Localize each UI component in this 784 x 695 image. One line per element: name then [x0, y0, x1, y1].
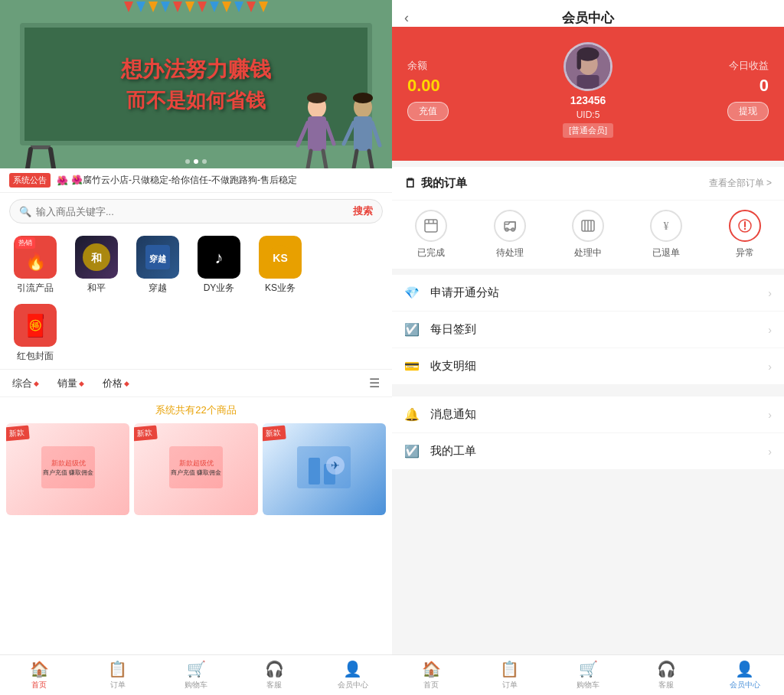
svg-rect-46 [577, 75, 599, 89]
order-refunded[interactable]: ¥ 已退单 [627, 210, 705, 259]
menu-ticket[interactable]: ☑️ 我的工单 › [392, 433, 784, 469]
rnav-cart[interactable]: 🛒 购物车 [549, 655, 627, 695]
product-card-2[interactable]: 新款 新款超级优 商户充值 赚取佣金 [134, 423, 257, 515]
svg-text:KS: KS [273, 252, 287, 264]
rnav-service-label: 客服 [658, 680, 674, 690]
bottom-nav-left: 🏠 首页 📋 订单 🛒 购物车 🎧 客服 👤 会员中心 [0, 654, 392, 695]
product-card-1[interactable]: 新款 新款超级优 商户充值 赚取佣金 [6, 423, 129, 515]
dot-3[interactable] [202, 159, 207, 164]
right-panel: ‹ 会员中心 余额 0.00 充值 123456 UID:5 [392, 0, 784, 695]
red-envelope-item[interactable]: 🧧 红包封面 [9, 304, 61, 363]
hot-badge: 热销 [15, 237, 35, 249]
order-refunded-label: 已退单 [652, 246, 680, 259]
order-completed-icon [415, 210, 447, 242]
uid-text: UID:5 [577, 109, 600, 120]
new-badge-1: 新款 [6, 426, 30, 442]
cat-label-hot: 引流产品 [17, 282, 54, 295]
ann-text: 🌺腐竹云小店-只做稳定-给你信任-不做跑路狗-售后稳定 [71, 174, 297, 187]
rnav-member-icon: 👤 [735, 660, 754, 678]
nav-member[interactable]: 👤 会员中心 [314, 655, 392, 695]
order-completed[interactable]: 已完成 [392, 210, 470, 259]
sort-price[interactable]: 价格 ◆ [103, 377, 129, 390]
product-grid: 新款 新款超级优 商户充值 赚取佣金 新款 新款超级优 商户充值 赚取佣金 [0, 423, 392, 521]
checkin-icon: ☑️ [404, 322, 423, 337]
dot-1[interactable] [185, 159, 190, 164]
ann-flower-icon: 🌺 [57, 175, 68, 186]
svg-text:新款超级优: 新款超级优 [178, 459, 213, 467]
red-envelope-icon: 🧧 [14, 304, 57, 347]
cat-icon-game2: 穿越 [136, 236, 179, 279]
svg-rect-47 [425, 220, 437, 232]
svg-point-11 [307, 93, 327, 103]
order-icon: 📋 [108, 660, 127, 678]
sort-comprehensive[interactable]: 综合 ◆ [12, 377, 39, 390]
cat-icon-tiktok: ♪ [198, 236, 240, 279]
search-icon: 🔍 [19, 206, 31, 217]
menu-list: 💎 申请开通分站 › ☑️ 每日签到 › 💳 收支明细 › [392, 275, 784, 384]
arrow-icon-4: › [768, 409, 772, 421]
svg-line-4 [28, 149, 31, 168]
rnav-order-icon: 📋 [500, 660, 519, 678]
sort-list-icon[interactable]: ☰ [369, 376, 380, 390]
sort-sales[interactable]: 销量 ◆ [57, 377, 84, 390]
orders-section: 🗒 我的订单 查看全部订单 > 已完成 [392, 167, 784, 269]
search-button[interactable]: 搜索 [353, 204, 373, 218]
earnings-amount: 0 [760, 76, 769, 96]
product-card-3[interactable]: 新款 ✈ [263, 423, 386, 515]
nav-home[interactable]: 🏠 首页 [0, 655, 78, 695]
rnav-order[interactable]: 📋 订单 [470, 655, 548, 695]
rnav-order-label: 订单 [502, 680, 518, 690]
rnav-home[interactable]: 🏠 首页 [392, 655, 470, 695]
cat-label-game1: 和平 [87, 282, 106, 295]
order-pending-icon [494, 210, 526, 242]
recharge-button[interactable]: 充值 [407, 102, 449, 121]
product-count: 系统共有22个商品 [0, 397, 392, 423]
category-item-tiktok[interactable]: ♪ DY业务 [193, 236, 245, 295]
view-all-orders[interactable]: 查看全部订单 > [709, 177, 772, 190]
cart-icon: 🛒 [187, 660, 206, 678]
profile-card: 余额 0.00 充值 123456 UID:5 [普通会员] 今日收益 [392, 27, 784, 161]
order-abnormal[interactable]: 异常 [706, 210, 784, 259]
category-item-game1[interactable]: 和 和平 [70, 236, 122, 295]
arrow-icon-3: › [768, 361, 772, 373]
earnings-section: 今日收益 0 提现 [727, 59, 769, 121]
orders-icon: 🗒 [404, 177, 416, 191]
menu-notification[interactable]: 🔔 消息通知 › [392, 396, 784, 433]
page-title: 会员中心 [562, 9, 614, 27]
balance-amount: 0.00 [407, 76, 449, 96]
menu-list-2: 🔔 消息通知 › ☑️ 我的工单 › [392, 396, 784, 469]
svg-text:✈: ✈ [331, 459, 340, 471]
cat-icon-hot: 热销 🔥 [14, 236, 57, 279]
order-pending[interactable]: 待处理 [470, 210, 548, 259]
rnav-service[interactable]: 🎧 客服 [627, 655, 705, 695]
nav-cart[interactable]: 🛒 购物车 [157, 655, 235, 695]
rnav-home-label: 首页 [423, 680, 439, 690]
finance-icon: 💳 [404, 359, 423, 374]
svg-text:¥: ¥ [664, 220, 669, 232]
rnav-member[interactable]: 👤 会员中心 [706, 655, 784, 695]
menu-signin[interactable]: ☑️ 每日签到 › [392, 312, 784, 348]
new-badge-2: 新款 [134, 426, 158, 442]
category-item-ks[interactable]: KS KS业务 [254, 236, 306, 295]
search-input[interactable] [36, 206, 353, 217]
order-abnormal-label: 异常 [736, 246, 754, 259]
bell-icon: 🔔 [404, 407, 423, 422]
menu-substation[interactable]: 💎 申请开通分站 › [392, 275, 784, 312]
svg-line-20 [344, 122, 354, 144]
orders-title-text: 我的订单 [421, 176, 467, 191]
earnings-label: 今日收益 [729, 59, 769, 73]
nav-service[interactable]: 🎧 客服 [235, 655, 313, 695]
home-icon: 🏠 [30, 660, 49, 678]
back-button[interactable]: ‹ [404, 10, 409, 26]
username: 123456 [570, 94, 606, 106]
cat-label-tiktok: DY业务 [204, 282, 235, 295]
withdraw-button[interactable]: 提现 [727, 102, 769, 121]
dot-2[interactable] [194, 159, 198, 164]
order-icons-row: 已完成 待处理 [392, 201, 784, 269]
menu-finance[interactable]: 💳 收支明细 › [392, 348, 784, 384]
category-item-game2[interactable]: 穿越 穿越 [132, 236, 184, 295]
category-item-hot[interactable]: 热销 🔥 引流产品 [9, 236, 61, 295]
nav-order[interactable]: 📋 订单 [78, 655, 156, 695]
order-processing[interactable]: 处理中 [549, 210, 627, 259]
svg-point-61 [744, 228, 746, 230]
